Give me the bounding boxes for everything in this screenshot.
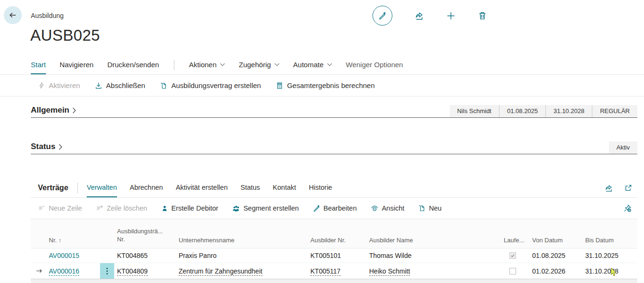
aktivieren-button[interactable]: Aktivieren [38,81,80,89]
gesamtergebnis-berechnen-button[interactable]: Gesamtergebnis berechnen [276,81,375,89]
cell-laufend [495,268,524,274]
part-divider [77,183,78,193]
cell-bis-datum[interactable]: 31.10.2028 [577,267,637,275]
active-row-indicator [31,267,49,274]
allgemein-startdatum-value: 01.08.2025 [499,105,546,117]
page-caption: Ausbildung [31,12,63,19]
laufend-checkbox-unchecked[interactable] [509,268,516,274]
view-eye-icon [371,204,379,212]
unpin-icon[interactable] [623,204,637,212]
chevron-right-icon [73,107,76,114]
neue-zeile-button[interactable]: Neue Zeile [38,204,82,212]
col-von-datum[interactable]: Von Datum [524,237,577,244]
cell-nr[interactable]: AV000016 [49,267,100,275]
cell-ausbilder-name[interactable]: Thomas Wilde [369,252,495,259]
row-context-menu-button[interactable] [100,263,114,279]
cell-laufend [495,252,524,259]
lightning-icon [38,82,45,89]
chevron-down-icon [274,63,280,66]
allgemein-summary: Nils Schmidt 01.08.2025 31.10.2028 REGUL… [450,105,637,117]
menu-drucken-senden[interactable]: Drucken/senden [107,56,159,74]
table-header: Nr. ↑ Ausbildungsträ...Nr. Unternehmensn… [31,219,637,248]
pencil-icon [313,204,320,212]
share-icon[interactable] [414,11,424,21]
bearbeiten-button[interactable]: Bearbeiten [313,204,357,212]
vertraege-title: Verträge [38,178,68,197]
ausbildungsvertrag-erstellen-button[interactable]: Ausbildungsvertrag erstellen [160,81,261,89]
erstelle-debitor-button[interactable]: Erstelle Debitor [161,204,218,212]
cell-ausbilder-name[interactable]: Heiko Schmitt [369,267,495,275]
tab-historie[interactable]: Historie [309,178,332,197]
vertraege-tabs: Verwalten Abrechnen Aktivität erstellen … [87,178,332,197]
people-group-icon [232,204,240,212]
cell-ausbilder-nr[interactable]: KT005101 [310,252,369,259]
segment-erstellen-button[interactable]: Segment erstellen [232,204,299,212]
chevron-down-icon [220,63,225,66]
allgemein-verantwortlich-value: Nils Schmidt [450,105,499,117]
cell-von-datum[interactable]: 01.02.2026 [524,267,577,275]
menu-automate[interactable]: Automate [293,56,332,74]
edit-button[interactable] [372,6,392,26]
zeile-loeschen-button[interactable]: Zeile löschen [96,204,147,212]
col-ausbilder-nr[interactable]: Ausbilder Nr. [310,237,369,244]
ansicht-button[interactable]: Ansicht [371,204,405,212]
vertraege-header: Verträge Verwalten Abrechnen Aktivität e… [31,178,637,198]
arrow-right-icon [36,267,43,274]
arrow-left-icon [9,11,17,19]
page: Ausbildung AUSB025 Start Navigieren Druc… [0,0,644,283]
delete-line-icon [96,204,103,212]
cell-traeger-nr[interactable]: KT004865 [114,252,179,259]
tab-status[interactable]: Status [240,178,260,197]
fasttab-allgemein: Allgemein Nils Schmidt 01.08.2025 31.10.… [31,105,637,118]
fasttab-allgemein-toggle[interactable]: Allgemein [31,106,76,117]
allgemein-enddatum-value: 31.10.2028 [546,105,592,117]
fasttab-status: Status Aktiv [31,142,637,154]
col-laufend[interactable]: Laufe... [495,237,524,244]
cell-unternehmen[interactable]: Praxis Panro [179,252,310,259]
col-bis-datum[interactable]: Bis Datum [577,237,637,244]
status-value: Aktiv [609,142,637,154]
cell-von-datum[interactable]: 01.08.2025 [524,252,577,259]
menu-navigieren[interactable]: Navigieren [60,56,94,74]
cell-ausbilder-nr[interactable]: KT005117 [310,267,369,275]
menu-zugehoerig[interactable]: Zugehörig [239,56,280,74]
open-in-new-window-icon[interactable] [624,184,633,192]
chevron-down-icon [327,63,332,66]
plus-icon[interactable] [446,11,456,21]
cell-nr[interactable]: AV000015 [49,252,100,259]
back-button[interactable] [4,6,22,24]
table-row-selected: AV000016 KT004809 Zentrum für Zahngesund… [31,263,637,279]
cell-unternehmen[interactable]: Zentrum für Zahngesundheit [179,267,310,275]
new-document-icon [160,82,167,89]
share-icon[interactable] [604,184,613,193]
col-ausbilder-name[interactable]: Ausbilder Name [369,237,495,244]
tab-verwalten[interactable]: Verwalten [87,178,117,197]
tab-kontakt[interactable]: Kontakt [273,178,296,197]
neu-button[interactable]: Neu [418,204,442,212]
ellipsis-vertical-icon [106,267,108,275]
laufend-checkbox-checked[interactable] [509,252,516,259]
menu-aktionen[interactable]: Aktionen [189,56,225,74]
col-ausbildungstraeger-nr[interactable]: Ausbildungsträ...Nr. [114,228,179,244]
trash-icon[interactable] [478,11,487,20]
pencil-icon [378,11,387,20]
fasttab-status-toggle[interactable]: Status [31,142,63,154]
page-title: AUSB025 [30,27,100,44]
vertraege-part: Verträge Verwalten Abrechnen Aktivität e… [31,178,637,283]
menu-divider [174,60,174,70]
command-bar: Aktivieren Abschließen Ausbildungsvertra… [0,75,644,97]
menu-weniger-optionen[interactable]: Weniger Optionen [346,56,403,74]
new-line-icon [38,204,45,212]
vertraege-toolbar: Neue Zeile Zeile löschen Erstelle Debito… [31,198,637,219]
abschliessen-button[interactable]: Abschließen [95,81,145,89]
new-document-icon [418,204,426,212]
col-nr[interactable]: Nr. ↑ [49,237,100,244]
tab-abrechnen[interactable]: Abrechnen [130,178,163,197]
cell-bis-datum[interactable]: 31.10.2025 [577,252,637,259]
cell-traeger-nr[interactable]: KT004809 [114,267,179,275]
person-icon [161,205,168,212]
menu-start[interactable]: Start [31,56,46,74]
tab-aktivitaet-erstellen[interactable]: Aktivität erstellen [176,178,228,197]
calculator-icon [276,82,283,89]
col-unternehmensname[interactable]: Unternehmensname [179,237,310,244]
